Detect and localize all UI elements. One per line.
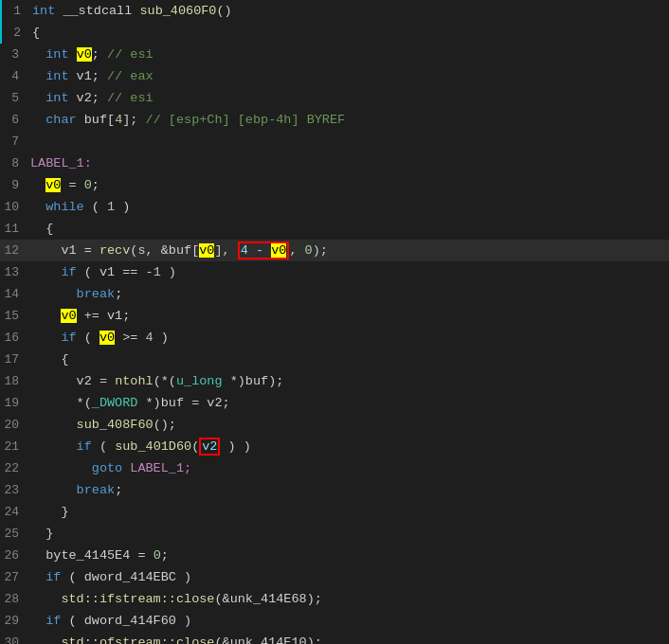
line-content: break; — [27, 483, 669, 497]
code-token: // esi — [99, 91, 154, 105]
line-content: if ( v1 == -1 ) — [27, 265, 669, 279]
code-line: 10 while ( 1 ) — [0, 196, 669, 218]
code-token: break — [77, 287, 116, 301]
code-token: (&unk_414E68); — [214, 592, 321, 606]
code-token — [30, 91, 45, 105]
code-token: ; — [92, 178, 99, 192]
code-line: 30 std::ofstream::close(&unk_414E10); — [0, 632, 669, 644]
code-line: 22 goto LABEL_1; — [0, 457, 669, 479]
code-token: ( — [84, 200, 107, 214]
code-token: ) — [154, 331, 169, 345]
line-content: if ( dword_414EBC ) — [27, 570, 669, 584]
line-content: *(_DWORD *)buf = v2; — [27, 396, 669, 410]
code-token: int — [32, 4, 55, 18]
code-line: 2{ — [0, 22, 669, 44]
red-box-v2: v2 — [199, 438, 220, 456]
code-token: ) — [115, 200, 130, 214]
code-token: v2 = — [30, 374, 115, 388]
code-token: ntohl — [115, 374, 154, 388]
code-token: v0 — [61, 309, 76, 323]
line-number: 6 — [0, 113, 27, 127]
line-number: 28 — [0, 592, 27, 606]
code-line: 18 v2 = ntohl(*(u_long *)buf); — [0, 370, 669, 392]
line-content: v2 = ntohl(*(u_long *)buf); — [27, 374, 669, 388]
line-content: int v1; // eax — [27, 69, 669, 83]
code-line: 6 char buf[4]; // [esp+Ch] [ebp-4h] BYRE… — [0, 109, 669, 131]
code-token: int — [45, 91, 68, 105]
line-number: 15 — [0, 309, 27, 323]
code-token: if — [61, 331, 76, 345]
line-number: 25 — [0, 527, 27, 541]
code-line: 28 std::ifstream::close(&unk_414E68); — [0, 588, 669, 610]
code-token: // [esp+Ch] [ebp-4h] BYREF — [137, 113, 345, 127]
line-number: 9 — [0, 178, 27, 192]
code-token — [30, 200, 45, 214]
code-token: { — [30, 222, 53, 236]
line-number: 24 — [0, 505, 27, 519]
code-token: ( — [77, 331, 99, 345]
code-token: std::ofstream::close — [61, 635, 214, 644]
code-token: ]; — [122, 113, 137, 127]
code-token: buf[ — [77, 113, 116, 127]
line-content: if ( v0 >= 4 ) — [27, 331, 669, 345]
code-token: = — [61, 178, 83, 192]
line-content: break; — [27, 287, 669, 301]
line-number: 7 — [0, 134, 27, 149]
line-number: 17 — [0, 352, 27, 367]
code-token: (); — [154, 418, 176, 432]
line-content: v0 += v1; — [27, 309, 669, 323]
code-line: 15 v0 += v1; — [0, 305, 669, 327]
code-line: 11 { — [0, 218, 669, 240]
code-token: *)buf); — [223, 374, 284, 388]
line-number: 10 — [0, 200, 27, 214]
code-token: int — [45, 47, 68, 62]
code-token — [30, 592, 61, 606]
code-token — [30, 265, 61, 279]
line-content: if ( sub_401D60(v2 ) ) — [27, 439, 669, 454]
code-token: ; — [92, 47, 99, 62]
line-content: { — [28, 26, 669, 40]
code-token: >= — [115, 331, 145, 345]
line-content: } — [27, 527, 669, 541]
line-number: 19 — [0, 396, 27, 410]
code-line: 29 if ( dword_414F60 ) — [0, 610, 669, 632]
line-content: sub_408F60(); — [27, 418, 669, 432]
code-token: 1 — [107, 200, 115, 214]
line-content: v1 = recv(s, &buf[v0], 4 - v0, 0); — [27, 243, 669, 258]
code-token: += v1; — [77, 309, 131, 323]
code-token — [30, 113, 45, 127]
code-token — [30, 570, 45, 584]
line-content: LABEL_1: — [27, 156, 669, 170]
code-token — [30, 635, 61, 644]
line-number: 23 — [0, 483, 27, 497]
line-content: char buf[4]; // [esp+Ch] [ebp-4h] BYREF — [27, 113, 669, 127]
code-token: (*( — [154, 374, 176, 388]
var-highlight: v0 — [199, 243, 214, 258]
line-content: int __stdcall sub_4060F0() — [28, 4, 669, 18]
code-token: 0 — [154, 548, 161, 563]
line-number: 1 — [2, 4, 28, 18]
line-number: 12 — [0, 243, 27, 258]
code-token: ( dword_414EBC ) — [61, 570, 191, 584]
code-token: *( — [30, 396, 92, 410]
line-content: goto LABEL_1; — [27, 461, 669, 475]
code-token: if — [45, 570, 61, 584]
code-token: v2; — [69, 91, 99, 105]
line-content: while ( 1 ) — [27, 200, 669, 214]
line-content: { — [27, 352, 669, 367]
code-token: std::ifstream::close — [61, 592, 214, 606]
code-token: LABEL_1: — [30, 156, 92, 170]
line-number: 29 — [0, 614, 27, 628]
line-content: std::ifstream::close(&unk_414E68); — [27, 592, 669, 606]
code-token: u_long — [176, 374, 223, 388]
code-line: 23 break; — [0, 479, 669, 501]
line-number: 2 — [2, 26, 28, 40]
line-number: 13 — [0, 265, 27, 279]
code-token: ( dword_414F60 ) — [61, 614, 191, 628]
line-content: { — [27, 222, 669, 236]
line-number: 11 — [0, 222, 27, 236]
code-token: byte_4145E4 = — [30, 548, 154, 563]
line-content: } — [27, 505, 669, 519]
code-token: _DWORD — [92, 396, 138, 410]
code-line: 8LABEL_1: — [0, 152, 669, 174]
